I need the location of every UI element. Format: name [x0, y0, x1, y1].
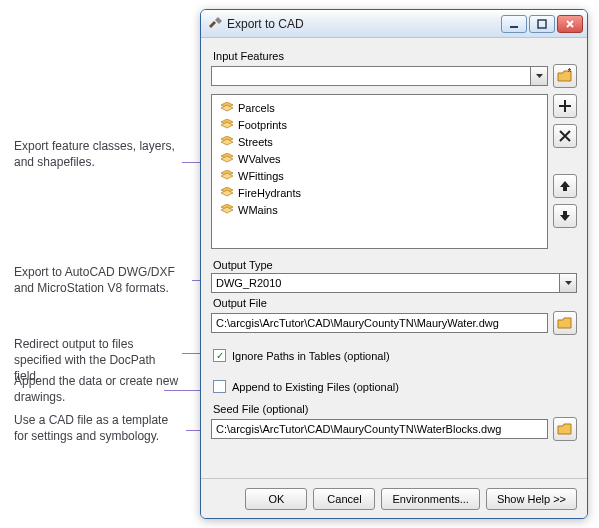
- layer-icon: [220, 153, 234, 164]
- ignore-paths-label: Ignore Paths in Tables (optional): [232, 350, 390, 362]
- ok-button[interactable]: OK: [245, 488, 307, 510]
- list-item[interactable]: Streets: [216, 133, 543, 150]
- export-to-cad-dialog: Export to CAD Input Features ParcelsFoot…: [200, 9, 588, 519]
- list-item[interactable]: FireHydrants: [216, 184, 543, 201]
- list-item-label: Footprints: [238, 119, 287, 131]
- list-item-label: WValves: [238, 153, 281, 165]
- append-existing-label: Append to Existing Files (optional): [232, 381, 399, 393]
- chevron-down-icon: [559, 274, 576, 292]
- annotation-output-type: Export to AutoCAD DWG/DXF and MicroStati…: [14, 264, 184, 296]
- move-up-button[interactable]: [553, 174, 577, 198]
- list-item[interactable]: WFittings: [216, 167, 543, 184]
- list-item[interactable]: WValves: [216, 150, 543, 167]
- add-button[interactable]: [553, 94, 577, 118]
- dialog-footer: OK Cancel Environments... Show Help >>: [201, 478, 587, 518]
- list-item-label: Streets: [238, 136, 273, 148]
- layer-icon: [220, 187, 234, 198]
- svg-rect-0: [510, 26, 518, 28]
- browse-output-button[interactable]: [553, 311, 577, 335]
- layer-icon: [220, 119, 234, 130]
- layer-icon: [220, 102, 234, 113]
- output-file-label: Output File: [213, 297, 577, 309]
- arrow-down-icon: [558, 209, 572, 223]
- list-item-label: WMains: [238, 204, 278, 216]
- svg-rect-1: [538, 20, 546, 28]
- list-item[interactable]: WMains: [216, 201, 543, 218]
- minimize-button[interactable]: [501, 15, 527, 33]
- append-existing-checkbox[interactable]: [213, 380, 226, 393]
- output-type-value: DWG_R2010: [212, 274, 559, 292]
- annotation-seed-file: Use a CAD file as a template for setting…: [14, 412, 184, 444]
- window-buttons: [501, 15, 583, 33]
- seed-file-label: Seed File (optional): [213, 403, 577, 415]
- layer-icon: [220, 136, 234, 147]
- x-icon: [558, 129, 572, 143]
- annotation-append: Append the data or create new drawings.: [14, 373, 184, 405]
- move-down-button[interactable]: [553, 204, 577, 228]
- window-title: Export to CAD: [227, 17, 501, 31]
- chevron-down-icon: [530, 67, 547, 85]
- layer-icon: [220, 170, 234, 181]
- layer-icon: [220, 204, 234, 215]
- browse-seed-button[interactable]: [553, 417, 577, 441]
- folder-open-icon: [557, 421, 573, 437]
- close-button[interactable]: [557, 15, 583, 33]
- arrow-up-icon: [558, 179, 572, 193]
- output-file-input[interactable]: C:\arcgis\ArcTutor\CAD\MauryCountyTN\Mau…: [211, 313, 548, 333]
- input-features-label: Input Features: [213, 50, 577, 62]
- list-item[interactable]: Parcels: [216, 99, 543, 116]
- list-item-label: Parcels: [238, 102, 275, 114]
- seed-file-input[interactable]: C:\arcgis\ArcTutor\CAD\MauryCountyTN\Wat…: [211, 419, 548, 439]
- list-item-label: FireHydrants: [238, 187, 301, 199]
- input-features-list[interactable]: ParcelsFootprintsStreetsWValvesWFittings…: [211, 94, 548, 249]
- cancel-button[interactable]: Cancel: [313, 488, 375, 510]
- ignore-paths-checkbox[interactable]: [213, 349, 226, 362]
- folder-open-icon: [557, 68, 573, 84]
- output-type-label: Output Type: [213, 259, 577, 271]
- folder-open-icon: [557, 315, 573, 331]
- list-item[interactable]: Footprints: [216, 116, 543, 133]
- input-features-combo[interactable]: [211, 66, 548, 86]
- tool-icon: [207, 16, 223, 32]
- list-item-label: WFittings: [238, 170, 284, 182]
- remove-button[interactable]: [553, 124, 577, 148]
- environments-button[interactable]: Environments...: [381, 488, 479, 510]
- annotation-export-features: Export feature classes, layers, and shap…: [14, 138, 184, 170]
- show-help-button[interactable]: Show Help >>: [486, 488, 577, 510]
- titlebar: Export to CAD: [201, 10, 587, 38]
- browse-input-button[interactable]: [553, 64, 577, 88]
- output-type-combo[interactable]: DWG_R2010: [211, 273, 577, 293]
- plus-icon: [558, 99, 572, 113]
- dialog-body: Input Features ParcelsFootprintsStreetsW…: [201, 38, 587, 478]
- maximize-button[interactable]: [529, 15, 555, 33]
